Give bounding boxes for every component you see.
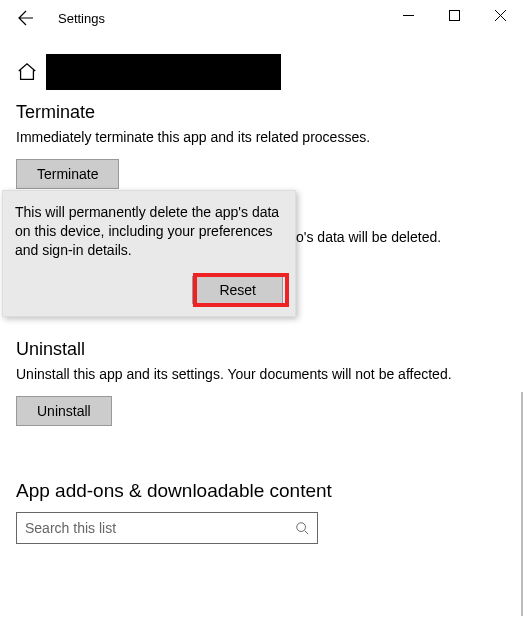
uninstall-button[interactable]: Uninstall — [16, 396, 112, 426]
svg-rect-1 — [449, 10, 459, 20]
search-placeholder: Search this list — [25, 520, 116, 536]
terminate-heading: Terminate — [16, 102, 507, 123]
minimize-icon — [403, 10, 414, 21]
close-button[interactable] — [477, 0, 523, 30]
back-button[interactable] — [16, 8, 36, 28]
app-name-redacted — [46, 54, 281, 90]
maximize-button[interactable] — [431, 0, 477, 30]
window-controls — [385, 0, 523, 30]
uninstall-heading: Uninstall — [16, 339, 507, 360]
dialog-message: This will permanently delete the app's d… — [15, 203, 283, 260]
back-arrow-icon — [18, 10, 34, 26]
maximize-icon — [449, 10, 460, 21]
dialog-button-row: Reset — [15, 276, 283, 304]
addons-heading: App add-ons & downloadable content — [16, 480, 507, 502]
svg-line-5 — [305, 531, 309, 535]
window-title: Settings — [58, 11, 105, 26]
svg-point-4 — [297, 523, 306, 532]
minimize-button[interactable] — [385, 0, 431, 30]
dialog-reset-button[interactable]: Reset — [192, 276, 283, 304]
close-icon — [495, 10, 506, 21]
addons-section: App add-ons & downloadable content Searc… — [16, 480, 507, 544]
search-input[interactable]: Search this list — [16, 512, 318, 544]
uninstall-section: Uninstall Uninstall this app and its set… — [16, 339, 507, 426]
reset-confirm-dialog: This will permanently delete the app's d… — [2, 190, 296, 317]
search-icon — [295, 521, 309, 535]
uninstall-desc: Uninstall this app and its settings. You… — [16, 366, 507, 382]
app-header — [16, 54, 507, 90]
terminate-section: Terminate Immediately terminate this app… — [16, 102, 507, 189]
terminate-desc: Immediately terminate this app and its r… — [16, 129, 507, 145]
terminate-button[interactable]: Terminate — [16, 159, 119, 189]
home-icon — [16, 61, 38, 83]
